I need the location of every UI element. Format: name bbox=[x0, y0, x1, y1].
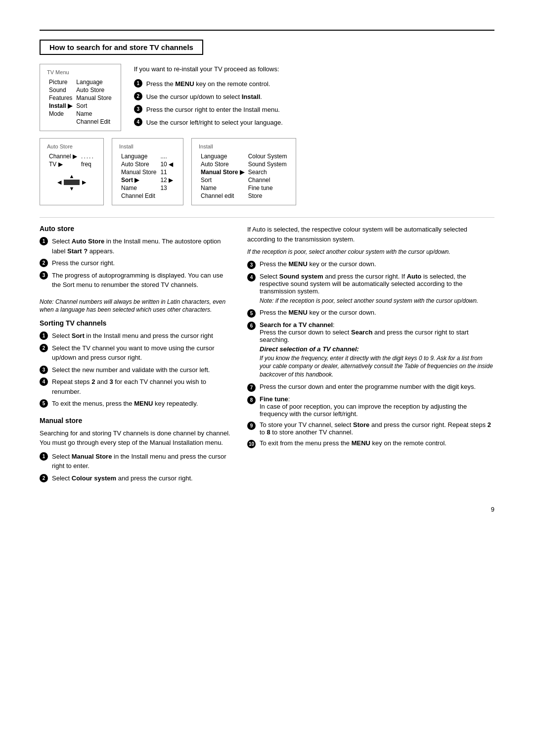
step-text: The progress of autoprogramming is displ… bbox=[52, 271, 232, 290]
direct-note: If you know the frequency, enter it dire… bbox=[260, 354, 494, 379]
step-text: Press the MENU key or the cursor down. bbox=[260, 309, 376, 318]
table-row: Name13 bbox=[119, 184, 175, 192]
step-num: 2 bbox=[40, 474, 48, 482]
down-arrow: ▼ bbox=[69, 186, 75, 191]
table-row: Install ▶Sort bbox=[47, 102, 114, 110]
step-num: 1 bbox=[40, 237, 48, 245]
step-text: Select Colour system and press the curso… bbox=[52, 473, 232, 483]
spacer bbox=[304, 138, 494, 205]
step-num: 1 bbox=[40, 452, 48, 461]
step-item: 1 Select Sort in the Install menu and pr… bbox=[40, 331, 232, 341]
step-text: Use the cursor left/right to select your… bbox=[146, 117, 283, 128]
arrow-row: ◀ ▶ bbox=[57, 179, 86, 186]
table-row: Channel editStore bbox=[199, 192, 289, 200]
step-text: Select Sort in the Install menu and pres… bbox=[52, 331, 232, 341]
step-text: Use the cursor up/down to select Install… bbox=[146, 92, 262, 102]
step-text: Press the cursor down and enter the prog… bbox=[260, 383, 476, 392]
table-row: Channel Edit bbox=[47, 118, 114, 126]
tv-menu-table: PictureLanguage SoundAuto Store Features… bbox=[47, 78, 114, 126]
step-item: 4 Repeat steps 2 and 3 for each TV chann… bbox=[40, 377, 232, 396]
manual-store-title: Manual store bbox=[40, 417, 232, 425]
step-num: 2 bbox=[40, 259, 48, 267]
tv-menu-box: TV Menu PictureLanguage SoundAuto Store … bbox=[40, 64, 121, 131]
table-row: Auto Store10 ◀ bbox=[119, 160, 175, 168]
step-text: To store your TV channel, select Store a… bbox=[260, 421, 494, 436]
right-column: If Auto is selected, the respective colo… bbox=[247, 225, 494, 491]
arrow-control: ▲ ◀ ▶ ▼ bbox=[47, 173, 96, 191]
table-row: SortChannel bbox=[199, 176, 289, 184]
step-num: 6 bbox=[247, 322, 256, 330]
table-row: SoundAuto Store bbox=[47, 86, 114, 94]
auto-colour-note: If the reception is poor, select another… bbox=[247, 248, 494, 256]
step-num: 1 bbox=[134, 79, 142, 88]
auto-colour-para: If Auto is selected, the respective colo… bbox=[247, 225, 494, 244]
step-item: 2 Select the TV channel you want to move… bbox=[40, 343, 232, 363]
step-num: 3 bbox=[40, 271, 48, 280]
step-item: 2 Press the cursor right. bbox=[40, 258, 232, 268]
step-text: Fine tune:In case of poor reception, you… bbox=[260, 395, 494, 418]
left-column: Auto store 1 Select Auto Store in the In… bbox=[40, 225, 232, 491]
left-arrow: ◀ bbox=[57, 179, 61, 186]
step-num: 2 bbox=[134, 92, 142, 100]
manual-store-section: Manual store Searching for and storing T… bbox=[40, 417, 232, 483]
step-text: Select Manual Store in the Install menu … bbox=[52, 452, 232, 471]
direct-selection: Direct selection of a TV channel: If you… bbox=[260, 345, 494, 379]
sorting-steps: 1 Select Sort in the Install menu and pr… bbox=[40, 331, 232, 409]
step-num: 4 bbox=[134, 118, 142, 126]
page-number: 9 bbox=[40, 506, 494, 513]
step-item: 4 Use the cursor left/right to select yo… bbox=[134, 117, 494, 128]
step-item: 1 Select Manual Store in the Install men… bbox=[40, 452, 232, 471]
manual-store-steps: 1 Select Manual Store in the Install men… bbox=[40, 452, 232, 483]
step-num: 7 bbox=[247, 383, 256, 392]
table-row: Channel ▶ ..... bbox=[47, 152, 96, 160]
table-row: Manual Store ▶Search bbox=[199, 168, 289, 176]
step-text: Press the MENU key or the cursor down. bbox=[260, 260, 376, 269]
step-num: 8 bbox=[247, 396, 256, 404]
table-row: Channel Edit bbox=[119, 192, 175, 200]
right-step8: 8 Fine tune:In case of poor reception, y… bbox=[247, 395, 494, 418]
right-step6: 6 Search for a TV channel:Press the curs… bbox=[247, 321, 494, 343]
tv-menu-label: TV Menu bbox=[47, 69, 114, 75]
auto-store-section: Auto store 1 Select Auto Store in the In… bbox=[40, 225, 232, 314]
auto-store-box: Auto Store Channel ▶ ..... TV ▶ freq ▲ ◀… bbox=[40, 138, 104, 205]
install-menu2-label: Install bbox=[199, 143, 289, 149]
right-step4: 4 Select Sound system and press the curs… bbox=[247, 273, 494, 295]
step-num: 3 bbox=[134, 105, 142, 113]
step-text: Press the cursor right to enter the Inst… bbox=[146, 104, 280, 115]
step-item: 1 Select Auto Store in the Install menu.… bbox=[40, 236, 232, 256]
section-divider bbox=[40, 217, 494, 218]
right-arrow: ▶ bbox=[82, 179, 86, 186]
auto-store-title: Auto store bbox=[40, 225, 232, 233]
step-item: 5 To exit the menus, press the MENU key … bbox=[40, 399, 232, 409]
step-num: 4 bbox=[247, 273, 256, 282]
step-num: 9 bbox=[247, 422, 256, 430]
install-menu2-table: LanguageColour System Auto StoreSound Sy… bbox=[199, 152, 289, 200]
install-menu2-box: Install LanguageColour System Auto Store… bbox=[191, 138, 296, 205]
step-num: 2 bbox=[40, 344, 48, 352]
auto-store-steps: 1 Select Auto Store in the Install menu.… bbox=[40, 236, 232, 290]
manual-store-intro: Searching for and storing TV channels is… bbox=[40, 428, 232, 448]
step-text: Press the cursor right. bbox=[52, 258, 232, 268]
auto-store-label: Auto Store bbox=[47, 143, 96, 149]
table-row: Manual Store11 bbox=[119, 168, 175, 176]
sorting-section: Sorting TV channels 1 Select Sort in the… bbox=[40, 319, 232, 409]
step-item: 1 Press the MENU key on the remote contr… bbox=[134, 79, 494, 90]
direct-label: Direct selection of a TV channel: bbox=[260, 345, 494, 353]
step-text: Select the TV channel you want to move u… bbox=[52, 343, 232, 363]
step4-note: Note: if the reception is poor, select a… bbox=[260, 297, 494, 305]
table-row: TV ▶ freq bbox=[47, 160, 96, 168]
menu-diagrams-row2: Auto Store Channel ▶ ..... TV ▶ freq ▲ ◀… bbox=[40, 138, 494, 205]
step-item: 2 Use the cursor up/down to select Insta… bbox=[134, 92, 494, 102]
table-row: FeaturesManual Store bbox=[47, 94, 114, 102]
up-arrow: ▲ bbox=[69, 173, 75, 179]
table-row: Auto StoreSound System bbox=[199, 160, 289, 168]
step-item: 3 Select the new number and validate wit… bbox=[40, 365, 232, 375]
sorting-title: Sorting TV channels bbox=[40, 319, 232, 327]
install-menu1-box: Install Language.... Auto Store10 ◀ Manu… bbox=[112, 138, 183, 205]
menu-instructions: If you want to re-install your TV procee… bbox=[129, 64, 494, 131]
install-menu1-table: Language.... Auto Store10 ◀ Manual Store… bbox=[119, 152, 175, 200]
step-num: 5 bbox=[247, 309, 256, 318]
menu-diagrams-row: TV Menu PictureLanguage SoundAuto Store … bbox=[40, 64, 494, 131]
step-num: 3 bbox=[247, 261, 256, 269]
step-text: Select Auto Store in the Install menu. T… bbox=[52, 236, 232, 256]
